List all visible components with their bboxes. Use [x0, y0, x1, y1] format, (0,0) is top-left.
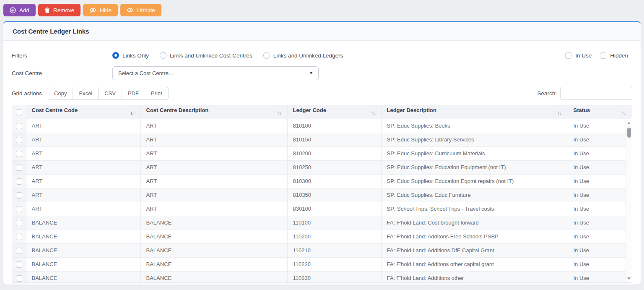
cell-status: In Use	[568, 271, 632, 283]
hide-button[interactable]: Hide	[83, 4, 118, 16]
cost-centre-select[interactable]: Select a Cost Centre...	[112, 66, 319, 80]
checkbox-icon[interactable]	[565, 52, 571, 59]
row-checkbox[interactable]	[16, 206, 22, 212]
table-row[interactable]: ARTART810250SP: Educ Supplies: Education…	[12, 160, 632, 174]
cell-ledger-code: 110210	[287, 243, 381, 257]
filters-row: Filters Links OnlyLinks and Unlinked Cos…	[12, 48, 632, 63]
column-header-cost-centre-description[interactable]: Cost Centre Description	[140, 105, 287, 119]
cell-cost-centre-description: ART	[140, 133, 287, 146]
table-row[interactable]: ARTART810300SP: Educ Supplies: Education…	[12, 174, 632, 188]
column-header-ledger-description[interactable]: Ledger Description	[381, 105, 568, 119]
cell-ledger-description: SP: Educ Supplies: Education Equipment (…	[381, 160, 568, 174]
cell-ledger-code: 810150	[287, 133, 381, 146]
filter-radio-1[interactable]: Links and Unlinked Cost Centres	[160, 52, 252, 59]
print-button[interactable]: Print	[145, 87, 169, 100]
unhide-button-label: Unhide	[137, 7, 155, 13]
cell-status: In Use	[568, 243, 632, 257]
remove-button[interactable]: Remove	[38, 4, 80, 16]
cell-cost-centre-code: ART	[26, 188, 140, 202]
radio-circle-icon[interactable]	[263, 52, 270, 59]
table-row[interactable]: ARTART810200SP: Educ Supplies: Curriculu…	[12, 146, 632, 160]
table-row[interactable]: BALANCEBALANCE110220FA: F'hold Land: Add…	[12, 257, 632, 271]
links-table: Cost Centre Code Cost Centre Description…	[12, 105, 632, 283]
cell-cost-centre-code: BALANCE	[26, 216, 140, 230]
cell-cost-centre-code: ART	[26, 119, 140, 133]
table-row[interactable]: ARTART810350SP: Educ Supplies: Educ Furn…	[12, 188, 632, 202]
cell-status: In Use	[568, 216, 632, 230]
cost-centre-select-value: Select a Cost Centre...	[118, 70, 173, 76]
row-checkbox[interactable]	[16, 220, 22, 226]
trash-icon	[44, 7, 50, 13]
csv-button[interactable]: CSV	[98, 87, 122, 100]
cell-cost-centre-description: ART	[140, 160, 287, 174]
table-row[interactable]: ARTART830100SP: School Trips: School Tri…	[12, 202, 632, 216]
cell-cost-centre-code: BALANCE	[26, 243, 140, 257]
cell-status: In Use	[568, 188, 632, 202]
scroll-down-arrow-icon[interactable]	[627, 277, 631, 280]
plus-circle-icon	[10, 7, 16, 13]
search-input[interactable]	[560, 87, 632, 100]
sort-both-icon	[371, 111, 376, 117]
cell-ledger-description: SP: Educ Supplies: Books	[381, 119, 568, 133]
row-checkbox[interactable]	[16, 178, 22, 185]
table-row[interactable]: BALANCEBALANCE110230FA: F'hold Land: Add…	[12, 271, 632, 283]
vertical-scrollbar[interactable]	[626, 119, 632, 282]
row-checkbox[interactable]	[16, 261, 22, 268]
excel-button[interactable]: Excel	[73, 87, 99, 100]
table-row[interactable]: BALANCEBALANCE110200FA: F'hold Land: Add…	[12, 230, 632, 243]
row-checkbox[interactable]	[16, 275, 22, 282]
row-checkbox[interactable]	[16, 192, 22, 199]
row-checkbox[interactable]	[16, 248, 22, 254]
cell-cost-centre-code: ART	[26, 174, 140, 188]
table-row[interactable]: BALANCEBALANCE110100FA: F'hold Land: Cos…	[12, 216, 632, 230]
unhide-button[interactable]: Unhide	[120, 4, 161, 16]
row-checkbox[interactable]	[16, 234, 22, 240]
row-checkbox[interactable]	[16, 151, 22, 157]
eye-slash-icon	[89, 7, 96, 13]
cell-cost-centre-code: BALANCE	[26, 230, 140, 243]
select-all-checkbox[interactable]	[16, 109, 22, 115]
copy-button[interactable]: Copy	[48, 87, 73, 100]
table-row[interactable]: ARTART810100SP: Educ Supplies: BooksIn U…	[12, 119, 632, 133]
checkbox-icon[interactable]	[600, 52, 606, 59]
filters-label: Filters	[12, 52, 112, 59]
cell-ledger-description: SP: Educ Supplies: Education Eqpmt repai…	[381, 174, 568, 188]
filter-radio-label: Links Only	[122, 52, 149, 59]
column-header-cost-centre-code[interactable]: Cost Centre Code	[26, 105, 140, 119]
sort-both-icon	[277, 111, 282, 117]
row-checkbox[interactable]	[16, 165, 22, 171]
column-header-status[interactable]: Status	[568, 105, 632, 119]
cell-ledger-code: 810200	[287, 146, 381, 160]
scrollbar-thumb[interactable]	[627, 128, 631, 138]
cell-status: In Use	[568, 230, 632, 243]
row-checkbox[interactable]	[16, 123, 22, 129]
cell-cost-centre-code: ART	[26, 202, 140, 216]
scroll-up-arrow-icon[interactable]	[627, 122, 631, 124]
sort-both-icon	[621, 111, 626, 117]
pdf-button[interactable]: PDF	[122, 87, 145, 100]
cell-cost-centre-code: BALANCE	[26, 257, 140, 271]
filter-radio-0[interactable]: Links Only	[112, 52, 149, 59]
eye-icon	[127, 7, 134, 13]
cell-cost-centre-code: ART	[26, 133, 140, 146]
radio-circle-icon[interactable]	[112, 52, 119, 59]
filter-radio-2[interactable]: Links and Unlinked Ledgers	[263, 52, 343, 59]
column-header-ledger-code[interactable]: Ledger Code	[287, 105, 381, 119]
row-checkbox[interactable]	[16, 137, 22, 143]
table-header-row: Cost Centre Code Cost Centre Description…	[12, 105, 632, 119]
remove-button-label: Remove	[53, 7, 74, 13]
radio-circle-icon[interactable]	[160, 52, 166, 59]
hide-button-label: Hide	[100, 7, 112, 13]
cell-cost-centre-description: BALANCE	[140, 230, 287, 243]
cell-ledger-code: 830100	[287, 202, 381, 216]
add-button[interactable]: Add	[3, 4, 36, 16]
table-row[interactable]: BALANCEBALANCE110210FA: F'hold Land: Add…	[12, 243, 632, 257]
filter-radio-label: Links and Unlinked Cost Centres	[170, 52, 252, 59]
card-title: Cost Centre Ledger Links	[3, 22, 641, 41]
cell-ledger-description: FA: F'hold Land: Additions DfE Capital G…	[381, 243, 568, 257]
grid-actions-row: Grid actions CopyExcelCSVPDFPrint Search…	[12, 87, 632, 100]
filter-checkbox-in-use[interactable]: In Use	[565, 52, 592, 59]
filters-radio-group: Links OnlyLinks and Unlinked Cost Centre…	[112, 52, 343, 59]
table-row[interactable]: ARTART810150SP: Educ Supplies: Library S…	[12, 133, 632, 146]
filter-checkbox-hidden[interactable]: Hidden	[600, 52, 628, 59]
